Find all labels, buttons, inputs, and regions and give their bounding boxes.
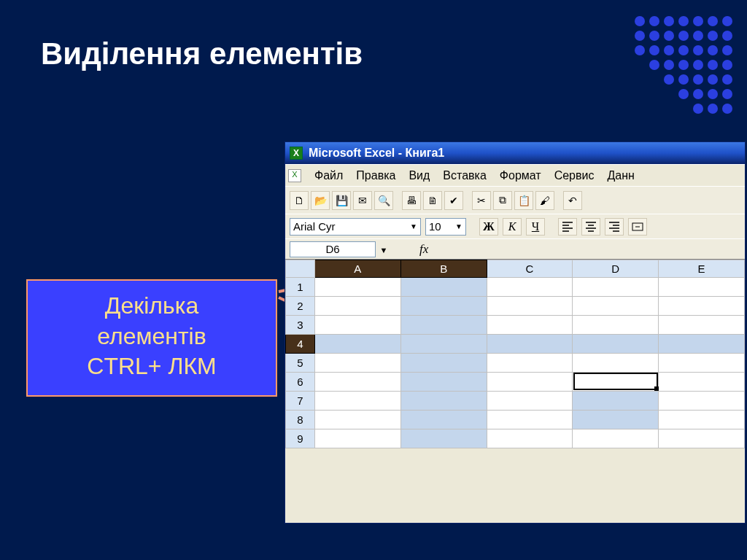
cell-A1[interactable] xyxy=(314,278,400,297)
cell-A8[interactable] xyxy=(314,411,400,429)
bold-button[interactable]: Ж xyxy=(479,218,498,236)
cell-B7[interactable] xyxy=(400,392,487,411)
col-header-E[interactable]: E xyxy=(659,260,745,278)
align-center-button[interactable] xyxy=(581,218,600,236)
cell-B5[interactable] xyxy=(400,354,487,373)
menu-edit[interactable]: Правка xyxy=(356,169,395,182)
cell-B4[interactable] xyxy=(400,335,487,354)
copy-icon[interactable]: ⧉ xyxy=(493,191,512,210)
chevron-down-icon: ▼ xyxy=(378,244,390,256)
cell-A6[interactable] xyxy=(314,373,400,392)
cell-D1[interactable] xyxy=(573,278,659,297)
menu-insert[interactable]: Вставка xyxy=(443,169,486,182)
select-all-corner[interactable] xyxy=(286,260,315,278)
cell-C2[interactable] xyxy=(487,297,573,316)
menubar: X Файл Правка Вид Вставка Формат Сервис … xyxy=(285,164,745,186)
row-header-3[interactable]: 3 xyxy=(286,316,315,335)
paste-icon[interactable]: 📋 xyxy=(514,191,533,210)
search-icon[interactable]: 🔍 xyxy=(374,191,393,210)
fx-label[interactable]: fx xyxy=(419,242,428,257)
menu-service[interactable]: Сервис xyxy=(554,169,595,182)
callout-line-3: CTRL+ ЛКМ xyxy=(35,351,268,382)
col-header-D[interactable]: D xyxy=(573,260,659,278)
name-box-value: D6 xyxy=(325,243,339,255)
cell-B1[interactable] xyxy=(400,278,487,297)
name-box[interactable]: D6 ▼ xyxy=(290,241,376,257)
cell-D5[interactable] xyxy=(573,354,659,373)
cell-E2[interactable] xyxy=(659,297,745,316)
cell-B2[interactable] xyxy=(400,297,487,316)
cell-E9[interactable] xyxy=(659,429,745,448)
col-header-A[interactable]: A xyxy=(314,260,400,278)
row-header-4[interactable]: 4 xyxy=(286,335,315,354)
menu-data[interactable]: Данн xyxy=(607,169,634,182)
formatpainter-icon[interactable]: 🖌 xyxy=(535,191,554,210)
mail-icon[interactable]: ✉ xyxy=(353,191,372,210)
row-header-8[interactable]: 8 xyxy=(286,411,315,429)
standard-toolbar: 🗋 📂 💾 ✉ 🔍 🖶 🗎 ✔ ✂ ⧉ 📋 🖌 ↶ xyxy=(285,186,745,214)
cell-D8[interactable] xyxy=(573,411,659,429)
col-header-C[interactable]: C xyxy=(487,260,573,278)
worksheet-area[interactable]: ABCDE123456789 xyxy=(285,259,745,448)
underline-button[interactable]: Ч xyxy=(526,218,545,236)
cell-D7[interactable] xyxy=(573,392,659,411)
save-icon[interactable]: 💾 xyxy=(332,191,351,210)
callout-box: Декілька елементів CTRL+ ЛКМ xyxy=(26,279,277,397)
menu-view[interactable]: Вид xyxy=(409,169,430,182)
cell-A7[interactable] xyxy=(314,392,400,411)
open-icon[interactable]: 📂 xyxy=(311,191,330,210)
cell-D9[interactable] xyxy=(573,429,659,448)
new-icon[interactable]: 🗋 xyxy=(290,191,309,210)
cell-B6[interactable] xyxy=(400,373,487,392)
cell-C1[interactable] xyxy=(487,278,573,297)
font-name-combo[interactable]: Arial Cyr ▼ xyxy=(290,218,421,236)
cell-D6[interactable] xyxy=(573,373,659,392)
cell-C8[interactable] xyxy=(487,411,573,429)
cell-D3[interactable] xyxy=(573,316,659,335)
workbook-icon: X xyxy=(288,169,301,182)
menu-file[interactable]: Файл xyxy=(314,169,343,182)
font-size-combo[interactable]: 10 ▼ xyxy=(425,218,466,236)
cell-A5[interactable] xyxy=(314,354,400,373)
preview-icon[interactable]: 🗎 xyxy=(423,191,442,210)
cell-E5[interactable] xyxy=(659,354,745,373)
cell-B8[interactable] xyxy=(400,411,487,429)
row-header-7[interactable]: 7 xyxy=(286,392,315,411)
cell-C3[interactable] xyxy=(487,316,573,335)
cell-E7[interactable] xyxy=(659,392,745,411)
cell-A3[interactable] xyxy=(314,316,400,335)
cell-C7[interactable] xyxy=(487,392,573,411)
col-header-B[interactable]: B xyxy=(400,260,487,278)
cell-B3[interactable] xyxy=(400,316,487,335)
cell-C5[interactable] xyxy=(487,354,573,373)
cell-E1[interactable] xyxy=(659,278,745,297)
cell-A9[interactable] xyxy=(314,429,400,448)
undo-icon[interactable]: ↶ xyxy=(563,191,582,210)
merge-button[interactable] xyxy=(628,218,647,236)
row-header-2[interactable]: 2 xyxy=(286,297,315,316)
cut-icon[interactable]: ✂ xyxy=(472,191,491,210)
row-header-5[interactable]: 5 xyxy=(286,354,315,373)
spellcheck-icon[interactable]: ✔ xyxy=(444,191,463,210)
row-header-6[interactable]: 6 xyxy=(286,373,315,392)
align-left-button[interactable] xyxy=(558,218,577,236)
align-right-button[interactable] xyxy=(605,218,624,236)
cell-E8[interactable] xyxy=(659,411,745,429)
cell-E6[interactable] xyxy=(659,373,745,392)
cell-E3[interactable] xyxy=(659,316,745,335)
cell-D4[interactable] xyxy=(573,335,659,354)
cell-C9[interactable] xyxy=(487,429,573,448)
menu-format[interactable]: Формат xyxy=(500,169,541,182)
print-icon[interactable]: 🖶 xyxy=(402,191,421,210)
callout-line-2: елементів xyxy=(35,322,268,352)
italic-button[interactable]: К xyxy=(503,218,522,236)
row-header-9[interactable]: 9 xyxy=(286,429,315,448)
cell-E4[interactable] xyxy=(659,335,745,354)
cell-A2[interactable] xyxy=(314,297,400,316)
cell-C6[interactable] xyxy=(487,373,573,392)
row-header-1[interactable]: 1 xyxy=(286,278,315,297)
cell-A4[interactable] xyxy=(314,335,400,354)
cell-D2[interactable] xyxy=(573,297,659,316)
cell-B9[interactable] xyxy=(400,429,487,448)
cell-C4[interactable] xyxy=(487,335,573,354)
